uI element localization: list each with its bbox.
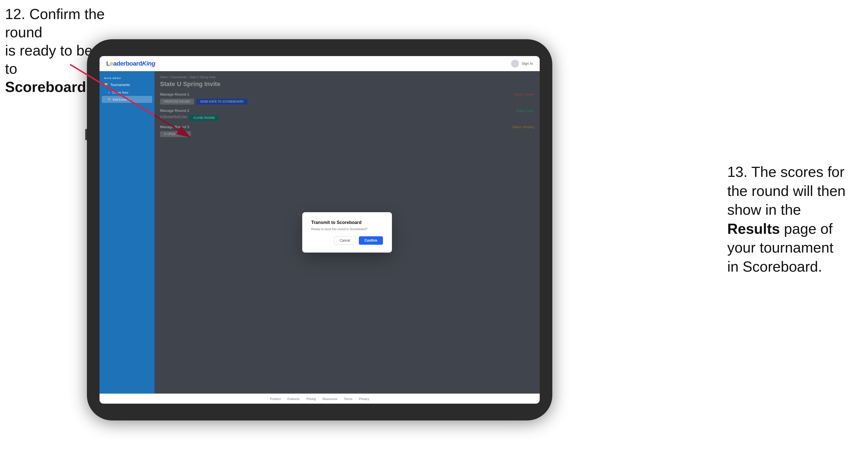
main-menu-label: MAIN MENU — [99, 74, 154, 81]
tournaments-label: Tournaments — [111, 83, 130, 87]
modal-subtitle: Ready to send this round to Scoreboard? — [311, 227, 383, 231]
sidebar-sub-item-edit-existing[interactable]: ✎ Edit Existing — [102, 96, 152, 103]
content-area: Home / Tournaments / State U Spring Invi… — [154, 71, 540, 394]
footer: Product Features Pricing Resources Terms… — [99, 394, 540, 404]
edit-existing-label: Edit Existing — [113, 98, 130, 101]
instruction-line1: 12. Confirm the round — [5, 6, 105, 40]
sign-in-label[interactable]: Sign In — [522, 61, 533, 66]
instruction-bold: Scoreboard. — [5, 79, 90, 95]
modal-overlay: Transmit to Scoreboard Ready to send thi… — [154, 71, 540, 394]
sign-in-area: Sign In — [511, 60, 533, 67]
transmit-modal: Transmit to Scoreboard Ready to send thi… — [302, 212, 392, 253]
footer-link-privacy[interactable]: Privacy — [359, 397, 369, 401]
logo: LeaderboardKing — [106, 60, 155, 67]
main-area: MAIN MENU 🏆 Tournaments + Create New ✎ E… — [99, 71, 540, 394]
instruction-bottom: 13. The scores forthe round will thensho… — [727, 163, 845, 276]
create-new-label: Create New — [112, 91, 128, 94]
modal-cancel-btn[interactable]: Cancel — [334, 236, 356, 245]
edit-icon: ✎ — [108, 98, 111, 101]
footer-link-product[interactable]: Product — [270, 397, 281, 401]
footer-link-pricing[interactable]: Pricing — [306, 397, 316, 401]
plus-icon: + — [108, 91, 110, 94]
tablet-side-button — [85, 129, 87, 140]
tablet-shell: LeaderboardKing Sign In MAIN MENU 🏆 Tour… — [87, 39, 552, 421]
tablet-screen: LeaderboardKing Sign In MAIN MENU 🏆 Tour… — [99, 56, 540, 404]
sidebar: MAIN MENU 🏆 Tournaments + Create New ✎ E… — [99, 71, 154, 394]
trophy-icon: 🏆 — [104, 83, 108, 87]
footer-link-resources[interactable]: Resources — [322, 397, 337, 401]
avatar — [511, 60, 519, 67]
sidebar-item-tournaments[interactable]: 🏆 Tournaments — [99, 81, 154, 89]
modal-buttons: Cancel Confirm — [311, 236, 383, 245]
logo-area: LeaderboardKing — [106, 60, 155, 67]
top-bar: LeaderboardKing Sign In — [99, 56, 540, 71]
results-bold: Results — [727, 221, 780, 237]
footer-link-features[interactable]: Features — [287, 397, 300, 401]
modal-confirm-btn[interactable]: Confirm — [359, 236, 383, 245]
footer-link-terms[interactable]: Terms — [344, 397, 352, 401]
modal-title: Transmit to Scoreboard — [311, 220, 383, 225]
sidebar-sub-item-create-new[interactable]: + Create New — [99, 89, 154, 96]
